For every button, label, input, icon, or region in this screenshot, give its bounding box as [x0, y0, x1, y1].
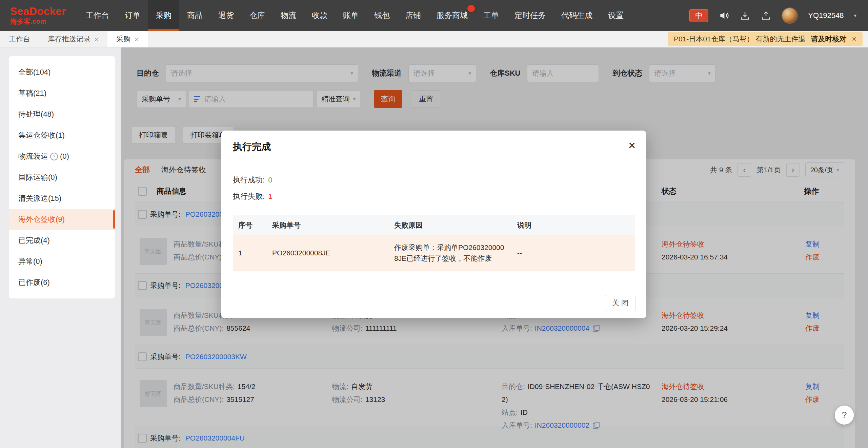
- main-nav: 工作台 订单 采购 商品 退货 仓库 物流 收款 账单 钱包 店铺 服务商城 工…: [78, 0, 631, 31]
- question-circle-icon[interactable]: ?: [50, 153, 58, 160]
- notice-text: P01-日本01仓库（马帮） 有新的无主件退: [674, 34, 806, 44]
- sidebar-item-logistics-shipping[interactable]: 物流装运?(0): [9, 146, 115, 167]
- sidebar-item-abnormal[interactable]: 异常(0): [9, 251, 115, 272]
- import-icon[interactable]: [740, 10, 750, 21]
- close-icon[interactable]: ×: [135, 36, 139, 43]
- page-tab-label: 库存推送记录: [48, 34, 90, 44]
- warehouse-notice-banner: P01-日本01仓库（马帮） 有新的无主件退 请及时核对 ×: [668, 32, 863, 46]
- nav-item-code-generation[interactable]: 代码生成: [553, 0, 600, 31]
- status-sidebar: 全部(104) 草稿(21) 待处理(48) 集运仓签收(1) 物流装运?(0)…: [9, 56, 115, 298]
- sidebar-item-count: (104): [33, 68, 51, 77]
- sidebar-item-label: 国际运输: [18, 172, 48, 182]
- fail-count: 1: [268, 192, 272, 200]
- sidebar-item-label: 海外仓签收: [18, 214, 56, 225]
- fail-label: 执行失败:: [233, 192, 265, 200]
- top-navbar: SeaDocker 海多客.com 工作台 订单 采购 商品 退货 仓库 物流 …: [0, 0, 868, 31]
- nav-item-logistics[interactable]: 物流: [273, 0, 304, 31]
- nav-item-settings[interactable]: 设置: [600, 0, 631, 31]
- user-avatar[interactable]: [782, 7, 798, 24]
- dialog-close-button[interactable]: 关 闭: [605, 295, 635, 311]
- dialog-close-icon[interactable]: ×: [628, 139, 635, 152]
- brand-domain: 海多客.com: [10, 18, 78, 25]
- sidebar-item-pending[interactable]: 待处理(48): [9, 104, 115, 125]
- nav-item-label: 服务商城: [437, 10, 468, 21]
- sidebar-item-count: (9): [56, 215, 65, 224]
- failure-col-index: 序号: [233, 215, 267, 235]
- app-root: SeaDocker 海多客.com 工作台 订单 采购 商品 退货 仓库 物流 …: [0, 0, 868, 448]
- nav-item-service-mall[interactable]: 服务商城: [429, 0, 476, 31]
- username[interactable]: YQ192548: [808, 11, 844, 20]
- sidebar-item-label: 物流装运: [18, 151, 48, 161]
- brand-name: SeaDocker: [10, 6, 78, 17]
- failure-row-note: --: [512, 235, 635, 271]
- failure-row-reason: 作废采购单：采购单PO2603200008JE已经进行了签收，不能作废: [389, 235, 512, 271]
- sidebar-item-count: (0): [33, 257, 42, 266]
- dialog-footer: 关 闭: [221, 287, 646, 318]
- sidebar-item-overseas-receive[interactable]: 海外仓签收(9): [9, 209, 115, 230]
- execution-stats: 执行成功:0 执行失败:1: [221, 172, 646, 204]
- nav-item-wallet[interactable]: 钱包: [366, 0, 398, 31]
- announcement-icon[interactable]: [719, 10, 729, 21]
- page-tab-inventory-push-log[interactable]: 库存推送记录 ×: [39, 31, 107, 47]
- sidebar-item-label: 待处理: [18, 109, 41, 119]
- sidebar-item-consolidation-receive[interactable]: 集运仓签收(1): [9, 125, 115, 146]
- sidebar-item-label: 异常: [18, 256, 33, 267]
- sidebar-item-label: 草稿: [18, 88, 33, 98]
- nav-item-procurement[interactable]: 采购: [148, 0, 179, 31]
- sidebar-item-all[interactable]: 全部(104): [9, 62, 115, 83]
- page-tab-label: 采购: [116, 34, 130, 44]
- failure-col-po: 采购单号: [267, 215, 389, 235]
- sidebar-item-count: (4): [41, 236, 50, 245]
- sidebar-item-international-transport[interactable]: 国际运输(0): [9, 167, 115, 188]
- page-tabs-bar: 工作台 库存推送记录 × 采购 × P01-日本01仓库（马帮） 有新的无主件退…: [0, 31, 868, 47]
- nav-item-workbench[interactable]: 工作台: [78, 0, 117, 31]
- sidebar-item-label: 全部: [18, 67, 33, 77]
- sidebar-item-label: 已完成: [18, 235, 41, 246]
- sidebar-item-count: (48): [41, 110, 54, 119]
- user-menu-caret-icon[interactable]: ▾: [854, 13, 856, 19]
- notice-close-icon[interactable]: ×: [852, 35, 856, 44]
- sidebar-item-label: 清关派送: [18, 193, 48, 203]
- nav-item-warehouse[interactable]: 仓库: [242, 0, 273, 31]
- sidebar-item-count: (0): [60, 152, 69, 161]
- language-button[interactable]: 中: [689, 9, 708, 22]
- sidebar-item-count: (1): [56, 131, 65, 140]
- sidebar-item-count: (21): [33, 89, 46, 98]
- nav-item-scheduled-tasks[interactable]: 定时任务: [507, 0, 553, 31]
- brand-logo[interactable]: SeaDocker 海多客.com: [0, 6, 78, 25]
- sidebar-item-label: 已作废: [18, 277, 41, 288]
- promo-badge: [467, 4, 476, 13]
- notice-action-link[interactable]: 请及时核对: [811, 34, 847, 44]
- page-tab-label: 工作台: [9, 34, 30, 44]
- close-icon[interactable]: ×: [95, 36, 99, 43]
- success-label: 执行成功:: [233, 176, 265, 184]
- nav-item-tickets[interactable]: 工单: [476, 0, 507, 31]
- topbar-actions: 中 YQ192548 ▾: [689, 7, 868, 24]
- sidebar-item-count: (15): [48, 194, 61, 203]
- execution-result-dialog: 执行完成 × 执行成功:0 执行失败:1 序号 采购单号 失败原因 说明 1 P…: [221, 131, 646, 318]
- sidebar-item-count: (0): [48, 173, 57, 182]
- nav-item-stores[interactable]: 店铺: [398, 0, 429, 31]
- sidebar-item-voided[interactable]: 已作废(6): [9, 272, 115, 293]
- nav-item-collections[interactable]: 收款: [304, 0, 335, 31]
- failure-row-po: PO2603200008JE: [267, 235, 389, 271]
- sidebar-item-draft[interactable]: 草稿(21): [9, 83, 115, 104]
- nav-item-returns[interactable]: 退货: [210, 0, 242, 31]
- failure-row-index: 1: [233, 235, 267, 271]
- failure-col-note: 说明: [512, 215, 635, 235]
- nav-item-bills[interactable]: 账单: [335, 0, 366, 31]
- success-count: 0: [268, 176, 272, 184]
- page-tab-procurement[interactable]: 采购 ×: [107, 31, 147, 47]
- failure-table: 序号 采购单号 失败原因 说明 1 PO2603200008JE 作废采购单：采…: [233, 215, 635, 271]
- help-button[interactable]: ?: [835, 406, 854, 425]
- sidebar-item-label: 集运仓签收: [18, 130, 56, 140]
- nav-item-orders[interactable]: 订单: [117, 0, 148, 31]
- dialog-title: 执行完成: [221, 131, 646, 153]
- page-tab-workbench[interactable]: 工作台: [0, 31, 39, 47]
- nav-item-products[interactable]: 商品: [179, 0, 210, 31]
- sidebar-item-customs-delivery[interactable]: 清关派送(15): [9, 188, 115, 209]
- sidebar-item-count: (6): [41, 278, 50, 287]
- export-icon[interactable]: [761, 10, 771, 21]
- sidebar-item-completed[interactable]: 已完成(4): [9, 230, 115, 251]
- failure-col-reason: 失败原因: [389, 215, 512, 235]
